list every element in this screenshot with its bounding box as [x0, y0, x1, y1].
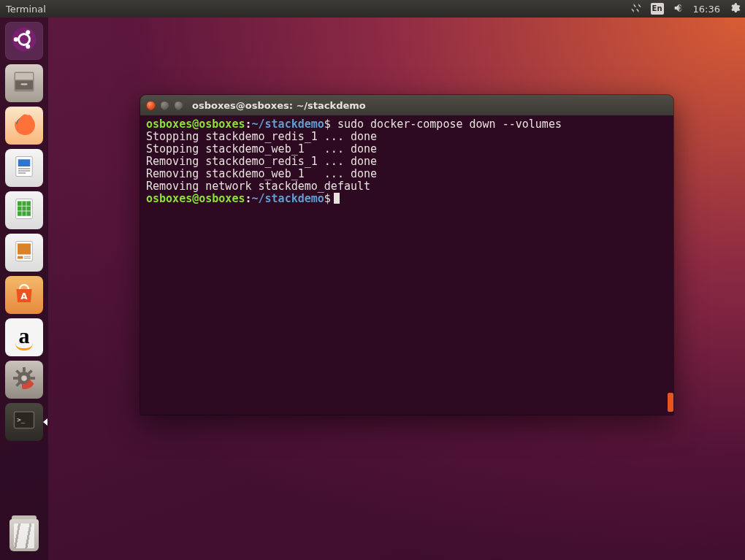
prompt-user: osboxes@osboxes — [146, 192, 245, 205]
svg-rect-16 — [18, 202, 31, 216]
top-panel: Terminal En 16:36 — [0, 0, 745, 18]
svg-point-2 — [14, 37, 18, 42]
launcher-terminal[interactable]: >_ — [5, 403, 43, 441]
launcher: A a >_ — [0, 18, 48, 560]
svg-rect-12 — [18, 168, 31, 169]
svg-point-4 — [26, 45, 30, 49]
prompt-user: osboxes@osboxes — [146, 118, 245, 131]
ime-icon: En — [651, 3, 664, 15]
launcher-amazon[interactable]: a — [5, 318, 43, 356]
sound-indicator[interactable] — [673, 2, 684, 16]
output-line: Removing stackdemo_redis_1 ... done — [146, 155, 377, 168]
output-line: Removing stackdemo_web_1 ... done — [146, 167, 377, 180]
svg-line-34 — [17, 383, 20, 386]
svg-point-3 — [26, 30, 30, 34]
launcher-files[interactable] — [5, 64, 43, 102]
prompt-sep: : — [245, 118, 251, 131]
launcher-impress[interactable] — [5, 234, 43, 272]
svg-rect-11 — [18, 159, 31, 166]
calc-icon — [11, 196, 37, 225]
svg-rect-8 — [21, 83, 28, 85]
svg-rect-24 — [24, 256, 31, 258]
window-maximize-button[interactable] — [174, 101, 183, 110]
active-app-label: Terminal — [6, 4, 46, 15]
prompt-path: ~/stackdemo — [252, 192, 324, 205]
launcher-trash[interactable] — [5, 516, 43, 554]
impress-icon — [11, 238, 37, 267]
prompt-symbol: $ — [324, 192, 331, 205]
prompt-path: ~/stackdemo — [252, 118, 324, 131]
svg-rect-23 — [18, 256, 23, 259]
terminal-window[interactable]: osboxes@osboxes: ~/stackdemo osboxes@osb… — [140, 95, 673, 415]
command-text: sudo docker-compose down --volumes — [337, 118, 562, 131]
prompt-sep: : — [245, 192, 251, 205]
running-indicator-icon — [43, 418, 47, 426]
launcher-settings[interactable] — [5, 361, 43, 399]
launcher-writer[interactable] — [5, 149, 43, 187]
settings-icon — [11, 365, 37, 394]
cursor — [334, 193, 340, 204]
launcher-software[interactable]: A — [5, 276, 43, 314]
output-line: Stopping stackdemo_redis_1 ... done — [146, 130, 377, 143]
window-close-button[interactable] — [146, 101, 156, 110]
svg-text:A: A — [20, 291, 28, 302]
svg-line-32 — [17, 371, 20, 375]
session-indicator[interactable] — [729, 2, 741, 16]
svg-rect-14 — [18, 172, 26, 174]
trash-icon — [9, 519, 39, 551]
window-minimize-button[interactable] — [160, 101, 169, 110]
terminal-icon: >_ — [11, 407, 37, 437]
file-cabinet-icon — [11, 69, 37, 98]
terminal-body[interactable]: osboxes@osboxes:~/stackdemo$ sudo docker… — [140, 115, 673, 415]
svg-rect-25 — [24, 258, 31, 259]
svg-point-36 — [21, 375, 27, 381]
clock[interactable]: 16:36 — [693, 4, 720, 15]
firefox-icon — [11, 111, 37, 140]
volume-icon — [673, 2, 684, 16]
svg-rect-13 — [18, 170, 31, 172]
network-icon — [630, 2, 642, 16]
terminal-title: osboxes@osboxes: ~/stackdemo — [192, 100, 366, 111]
prompt-symbol: $ — [324, 118, 331, 131]
launcher-calc[interactable] — [5, 191, 43, 229]
launcher-firefox[interactable] — [5, 107, 43, 145]
software-bag-icon: A — [11, 280, 37, 310]
gear-icon — [729, 2, 741, 16]
terminal-scrollbar-thumb[interactable] — [668, 393, 673, 412]
writer-icon — [11, 153, 37, 183]
output-line: Removing network stackdemo_default — [146, 180, 370, 193]
svg-line-35 — [28, 371, 32, 375]
output-line: Stopping stackdemo_web_1 ... done — [146, 142, 377, 156]
network-indicator[interactable] — [630, 2, 642, 16]
svg-text:>_: >_ — [17, 416, 25, 423]
svg-rect-6 — [15, 73, 33, 80]
svg-rect-22 — [18, 244, 31, 255]
ime-indicator[interactable]: En — [651, 3, 664, 15]
launcher-dash[interactable] — [5, 22, 43, 60]
terminal-titlebar[interactable]: osboxes@osboxes: ~/stackdemo — [140, 95, 673, 115]
ubuntu-icon — [11, 26, 37, 55]
